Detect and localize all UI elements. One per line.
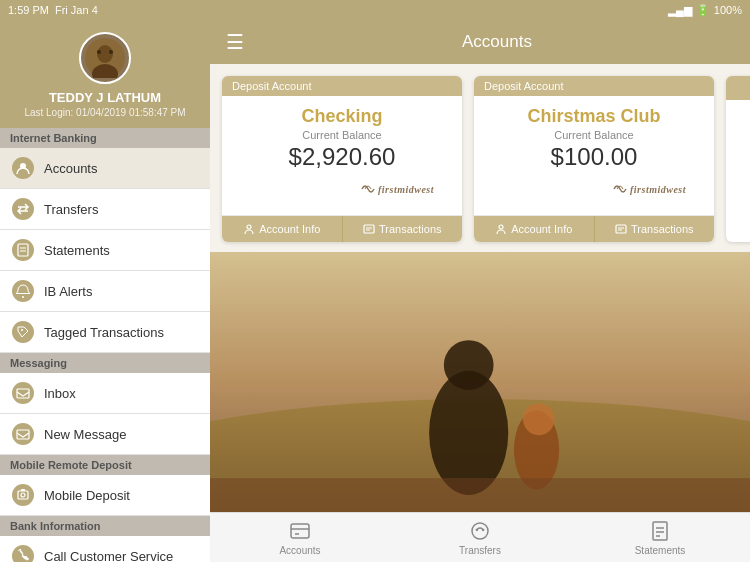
- svg-point-4: [109, 50, 113, 54]
- transfers-label: Transfers: [44, 202, 98, 217]
- card-body-christmas: Chirstmas Club Current Balance $100.00 f…: [474, 96, 714, 215]
- checking-balance-label: Current Balance: [234, 129, 450, 141]
- tagged-transactions-icon: [12, 321, 34, 343]
- svg-point-24: [499, 225, 503, 229]
- firstmidwest-logo-2: firstmidwest: [612, 179, 702, 201]
- deposit-account-label-1: Deposit Account: [232, 80, 312, 92]
- tab-accounts[interactable]: Accounts: [210, 513, 390, 562]
- status-date: Fri Jan 4: [55, 4, 98, 16]
- section-header-bank-info: Bank Information: [0, 516, 210, 536]
- mobile-deposit-label: Mobile Deposit: [44, 488, 130, 503]
- svg-point-31: [444, 340, 494, 390]
- sidebar-item-call-customer-service[interactable]: Call Customer Service: [0, 536, 210, 562]
- svg-point-3: [97, 50, 101, 54]
- new-message-label: New Message: [44, 427, 126, 442]
- account-card-checking: Deposit Account Checking Current Balance…: [222, 76, 462, 242]
- user-profile: TEDDY J LATHUM Last Login: 01/04/2019 01…: [0, 20, 210, 128]
- transfers-icon: [12, 198, 34, 220]
- new-message-icon: [12, 423, 34, 445]
- card-body-checking: Checking Current Balance $2,920.60 first…: [222, 96, 462, 215]
- svg-point-1: [97, 45, 113, 63]
- battery-level: 100%: [714, 4, 742, 16]
- svg-rect-15: [21, 489, 25, 491]
- svg-rect-6: [18, 244, 28, 256]
- christmas-logo: firstmidwest: [486, 179, 702, 201]
- bottom-tab-bar: Accounts Transfers: [210, 512, 750, 562]
- tab-statements[interactable]: Statements: [570, 513, 750, 562]
- sidebar-item-statements[interactable]: Statements: [0, 230, 210, 271]
- partial-card-header: [726, 76, 750, 100]
- christmas-transactions-button[interactable]: Transactions: [595, 216, 715, 242]
- avatar: [79, 32, 131, 84]
- tab-statements-label: Statements: [635, 545, 686, 556]
- phone-icon: [12, 545, 34, 562]
- sidebar-item-mobile-deposit[interactable]: Mobile Deposit: [0, 475, 210, 516]
- svg-point-38: [472, 523, 488, 539]
- status-bar: 1:59 PM Fri Jan 4 ▂▄▆ 🔋 100%: [0, 0, 750, 20]
- sidebar-item-inbox[interactable]: Inbox: [0, 373, 210, 414]
- svg-point-33: [523, 403, 555, 435]
- svg-rect-39: [653, 522, 667, 540]
- svg-rect-13: [18, 491, 28, 499]
- checking-name: Checking: [234, 106, 450, 127]
- tab-transfers-label: Transfers: [459, 545, 501, 556]
- section-header-mobile-deposit: Mobile Remote Deposit: [0, 455, 210, 475]
- svg-rect-34: [210, 478, 750, 512]
- statements-icon: [12, 239, 34, 261]
- card-actions-checking: Account Info Transactions: [222, 215, 462, 242]
- section-header-messaging: Messaging: [0, 353, 210, 373]
- ib-alerts-label: IB Alerts: [44, 284, 92, 299]
- status-bar-right: ▂▄▆ 🔋 100%: [668, 4, 742, 17]
- christmas-account-info-button[interactable]: Account Info: [474, 216, 595, 242]
- sidebar-item-accounts[interactable]: Accounts: [0, 148, 210, 189]
- checking-account-info-button[interactable]: Account Info: [222, 216, 343, 242]
- tab-transfers[interactable]: Transfers: [390, 513, 570, 562]
- accounts-label: Accounts: [44, 161, 97, 176]
- card-header-checking: Deposit Account: [222, 76, 462, 96]
- checking-logo: firstmidwest: [234, 179, 450, 201]
- call-customer-service-label: Call Customer Service: [44, 549, 173, 563]
- wifi-icon: ▂▄▆: [668, 4, 692, 17]
- svg-rect-35: [291, 524, 309, 538]
- background-image-area: [210, 252, 750, 512]
- top-bar-title: Accounts: [260, 32, 734, 52]
- section-header-internet-banking: Internet Banking: [0, 128, 210, 148]
- account-card-christmas-club: Deposit Account Chirstmas Club Current B…: [474, 76, 714, 242]
- user-name: TEDDY J LATHUM: [49, 90, 161, 105]
- status-time: 1:59 PM: [8, 4, 49, 16]
- svg-point-9: [22, 296, 24, 298]
- accounts-scroll-area: Deposit Account Checking Current Balance…: [210, 64, 750, 252]
- checking-balance: $2,920.60: [234, 143, 450, 171]
- checking-transactions-button[interactable]: Transactions: [343, 216, 463, 242]
- hamburger-button[interactable]: ☰: [226, 30, 244, 54]
- status-bar-left: 1:59 PM Fri Jan 4: [8, 4, 98, 16]
- inbox-icon: [12, 382, 34, 404]
- statements-label: Statements: [44, 243, 110, 258]
- svg-text:firstmidwest: firstmidwest: [630, 184, 687, 195]
- svg-point-14: [21, 493, 25, 497]
- mobile-deposit-icon: [12, 484, 34, 506]
- tab-accounts-label: Accounts: [279, 545, 320, 556]
- tagged-transactions-label: Tagged Transactions: [44, 325, 164, 340]
- svg-text:firstmidwest: firstmidwest: [378, 184, 435, 195]
- sidebar-item-tagged-transactions[interactable]: Tagged Transactions: [0, 312, 210, 353]
- card-header-christmas: Deposit Account: [474, 76, 714, 96]
- tab-accounts-icon: [288, 519, 312, 543]
- sidebar-item-new-message[interactable]: New Message: [0, 414, 210, 455]
- account-card-partial: [726, 76, 750, 242]
- svg-rect-20: [364, 225, 374, 233]
- deposit-account-label-2: Deposit Account: [484, 80, 564, 92]
- top-bar: ☰ Accounts: [210, 20, 750, 64]
- battery-icon: 🔋: [696, 4, 710, 17]
- sidebar-item-ib-alerts[interactable]: IB Alerts: [0, 271, 210, 312]
- card-actions-christmas: Account Info Transactions: [474, 215, 714, 242]
- ib-alerts-icon: [12, 280, 34, 302]
- christmas-balance: $100.00: [486, 143, 702, 171]
- svg-point-19: [247, 225, 251, 229]
- main-content: ☰ Accounts Deposit Account Checking Curr…: [210, 20, 750, 562]
- sidebar-item-transfers[interactable]: Transfers: [0, 189, 210, 230]
- christmas-club-name: Chirstmas Club: [486, 106, 702, 127]
- tab-transfers-icon: [468, 519, 492, 543]
- svg-point-10: [21, 329, 23, 331]
- firstmidwest-logo-1: firstmidwest: [360, 179, 450, 201]
